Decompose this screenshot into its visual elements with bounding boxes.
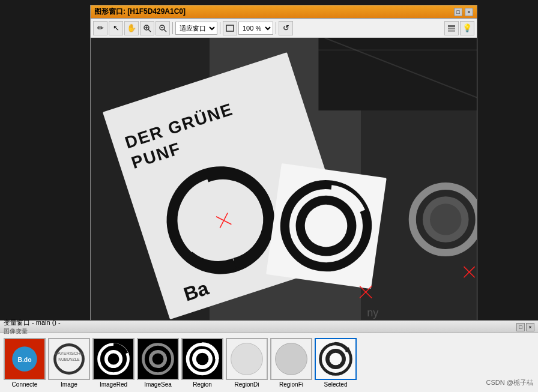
- bottom-titlebar: 变量窗口 - main () - 图像变量 □ ×: [0, 321, 538, 333]
- thumbnail-img-connecte: B.do: [4, 338, 46, 380]
- svg-point-50: [153, 353, 164, 364]
- layers-button[interactable]: [444, 21, 459, 35]
- thumbnail-img-selected: [315, 338, 357, 380]
- image-variable-label: 图像变量: [4, 327, 61, 336]
- svg-text:B.do: B.do: [17, 356, 31, 363]
- thumbnail-img-regiondi: [226, 338, 268, 380]
- svg-line-5: [164, 29, 166, 32]
- window-title: 图形窗口: [H1F5D429A1C0]: [94, 7, 186, 17]
- thumbnail-connecte[interactable]: B.do Connecte: [4, 338, 46, 388]
- bottom-panel: 变量窗口 - main () - 图像变量 □ × B.do Connecte: [0, 320, 538, 392]
- thumbnails-area: B.do Connecte BAYERISCHE NUBUNZLE Image: [0, 333, 538, 392]
- svg-rect-8: [448, 25, 455, 27]
- thumbnail-img-imagesea: [137, 338, 179, 380]
- left-background: [0, 0, 90, 312]
- rotate-button[interactable]: ↺: [279, 21, 293, 35]
- svg-point-58: [276, 343, 307, 375]
- svg-text:ny: ny: [367, 307, 379, 319]
- svg-rect-7: [226, 25, 234, 31]
- watermark: CSDN @栀子桔: [486, 378, 533, 387]
- bottom-minimize-button[interactable]: □: [516, 323, 525, 331]
- thumbnail-label-imagered: ImageRed: [100, 381, 127, 388]
- svg-rect-14: [318, 38, 477, 110]
- toolbar-divider-3: [276, 22, 276, 34]
- thumbnail-img-imagered: [92, 338, 134, 380]
- thumbnail-label-connecte: Connecte: [12, 381, 38, 388]
- svg-rect-10: [448, 30, 455, 32]
- thumbnail-label-selected: Selected: [324, 381, 348, 388]
- zoom-out-button[interactable]: [156, 21, 170, 35]
- fit-dropdown[interactable]: 适应窗口: [175, 22, 217, 35]
- window-titlebar: 图形窗口: [H1F5D429A1C0] □ ×: [91, 5, 477, 19]
- zoom-in-button[interactable]: [140, 21, 154, 35]
- thumbnail-imagered[interactable]: ImageRed: [92, 338, 134, 388]
- svg-point-46: [108, 353, 119, 364]
- svg-point-62: [330, 352, 342, 365]
- pan-tool-button[interactable]: ✋: [124, 21, 139, 35]
- aspect-ratio-button[interactable]: [223, 21, 237, 35]
- window-controls: □ ×: [454, 8, 473, 16]
- minimize-button[interactable]: □: [454, 8, 462, 16]
- right-background: [477, 0, 538, 312]
- thumbnail-regionfi[interactable]: RegionFi: [270, 338, 312, 388]
- viewer-toolbar: ✏ ↖ ✋ 适应窗口 100 % 50 % 200 % ↺ 💡: [91, 19, 477, 38]
- thumbnail-image[interactable]: BAYERISCHE NUBUNZLE Image: [48, 338, 90, 388]
- thumbnail-regiondi[interactable]: RegionDi: [226, 338, 268, 388]
- thumbnail-img-image: BAYERISCHE NUBUNZLE: [48, 338, 90, 380]
- thumbnail-label-image: Image: [61, 381, 77, 388]
- pencil-tool-button[interactable]: ✏: [93, 21, 107, 35]
- svg-point-54: [196, 352, 209, 365]
- canvas-content: DER GRÜNE PUNF Ba: [91, 38, 477, 328]
- lightbulb-button[interactable]: 💡: [460, 21, 474, 35]
- thumbnail-label-regionfi: RegionFi: [279, 381, 303, 388]
- svg-text:NUBUNZLE: NUBUNZLE: [58, 357, 80, 361]
- thumbnail-label-region: Region: [193, 381, 212, 388]
- thumbnail-img-regionfi: [270, 338, 312, 380]
- toolbar-divider-1: [172, 22, 173, 34]
- toolbar-divider-2: [220, 22, 220, 34]
- svg-line-1: [148, 29, 151, 32]
- thumbnail-region[interactable]: Region: [181, 338, 223, 388]
- thumbnail-label-imagesea: ImageSea: [144, 381, 172, 388]
- svg-point-56: [231, 343, 263, 375]
- svg-point-32: [430, 204, 461, 235]
- svg-text:BAYERISCHE: BAYERISCHE: [55, 351, 83, 356]
- select-tool-button[interactable]: ↖: [109, 21, 123, 35]
- thumbnail-label-regiondi: RegionDi: [234, 381, 259, 388]
- svg-rect-9: [448, 28, 455, 29]
- variables-window-title: 变量窗口 - main () -: [4, 318, 61, 327]
- bottom-window-controls: □ ×: [516, 323, 534, 331]
- thumbnail-selected[interactable]: Selected: [315, 338, 357, 388]
- zoom-dropdown[interactable]: 100 % 50 % 200 %: [238, 22, 273, 35]
- bottom-close-button[interactable]: ×: [526, 323, 534, 331]
- thumbnail-img-region: [181, 338, 223, 380]
- close-button[interactable]: ×: [465, 8, 473, 16]
- image-viewer-window: 图形窗口: [H1F5D429A1C0] □ × ✏ ↖ ✋ 适应窗口 100 …: [90, 5, 477, 329]
- thumbnail-imagesea[interactable]: ImageSea: [137, 338, 179, 388]
- image-canvas: DER GRÜNE PUNF Ba: [91, 38, 477, 328]
